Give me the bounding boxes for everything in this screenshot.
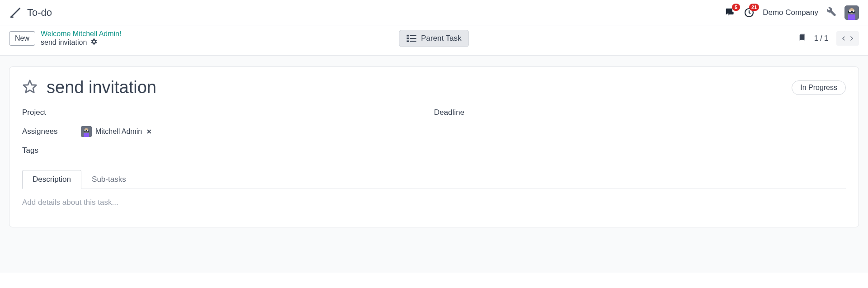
svg-rect-12 [410,41,416,42]
control-bar-center: Parent Task [399,30,469,47]
pager[interactable]: 1 / 1 [814,34,828,42]
svg-rect-10 [410,38,416,39]
edit-icon[interactable] [9,6,22,19]
svg-point-4 [849,10,851,12]
assignees-field[interactable]: Assignees Mitchell Admin ✕ [22,126,434,137]
activities-button[interactable]: 21 [744,7,755,18]
svg-rect-9 [406,38,409,39]
user-avatar[interactable] [844,5,859,20]
svg-rect-7 [406,35,409,37]
top-bar-right: 5 21 Demo Company [725,5,859,20]
pager-nav [836,31,859,46]
breadcrumb: Welcome Mitchell Admin! send invitation [41,30,121,47]
assignee-avatar [81,126,92,137]
svg-rect-8 [410,35,416,36]
assignee-name: Mitchell Admin [95,127,142,136]
parent-task-label: Parent Task [421,34,461,43]
bookmark-icon[interactable] [798,33,806,44]
tools-icon[interactable] [826,7,836,19]
svg-marker-13 [24,80,36,92]
next-button[interactable] [844,31,859,46]
control-bar-right: 1 / 1 [798,31,859,46]
parent-task-button[interactable]: Parent Task [399,30,469,47]
tags-label: Tags [22,146,63,155]
tabs: Description Sub-tasks [22,170,846,189]
deadline-label: Deadline [434,108,475,117]
project-field[interactable]: Project [22,108,434,117]
gear-icon[interactable] [90,38,98,47]
tab-description[interactable]: Description [22,170,81,189]
top-bar-left: To-do [9,6,52,19]
content-area: send invitation In Progress Project Dead… [0,56,868,273]
svg-rect-19 [84,133,89,137]
star-icon[interactable] [22,79,38,96]
task-title[interactable]: send invitation [47,78,156,97]
svg-point-18 [87,130,89,131]
tab-content[interactable]: Add details about this task... [22,189,846,216]
task-card: send invitation In Progress Project Dead… [9,66,859,227]
title-row: send invitation In Progress [22,78,846,97]
messages-button[interactable]: 5 [725,7,736,18]
tags-field[interactable]: Tags [22,146,434,155]
top-bar: To-do 5 21 Demo Company [0,0,868,25]
messages-badge: 5 [732,4,740,11]
chevron-right-icon [848,35,855,42]
title-left: send invitation [22,78,156,97]
control-bar-left: New Welcome Mitchell Admin! send invitat… [9,30,121,47]
svg-point-5 [853,10,854,12]
list-icon [406,34,416,42]
control-bar: New Welcome Mitchell Admin! send invitat… [0,25,868,56]
app-title[interactable]: To-do [27,7,52,19]
fields-grid: Project Deadline Assignees [22,108,846,155]
breadcrumb-current-row: send invitation [41,38,121,47]
assignee-tag: Mitchell Admin ✕ [81,126,152,137]
breadcrumb-parent[interactable]: Welcome Mitchell Admin! [41,30,121,38]
remove-assignee-icon[interactable]: ✕ [146,128,152,135]
breadcrumb-current: send invitation [41,38,87,47]
svg-point-17 [85,130,86,131]
project-label: Project [22,108,63,117]
company-selector[interactable]: Demo Company [763,8,818,17]
svg-rect-11 [406,41,409,42]
activities-badge: 21 [749,4,759,11]
svg-rect-6 [848,14,855,20]
deadline-field[interactable]: Deadline [434,108,846,117]
status-pill[interactable]: In Progress [792,80,846,95]
assignees-label: Assignees [22,127,63,136]
new-button[interactable]: New [9,31,35,46]
description-placeholder: Add details about this task... [22,198,846,207]
tab-subtasks[interactable]: Sub-tasks [81,170,137,189]
